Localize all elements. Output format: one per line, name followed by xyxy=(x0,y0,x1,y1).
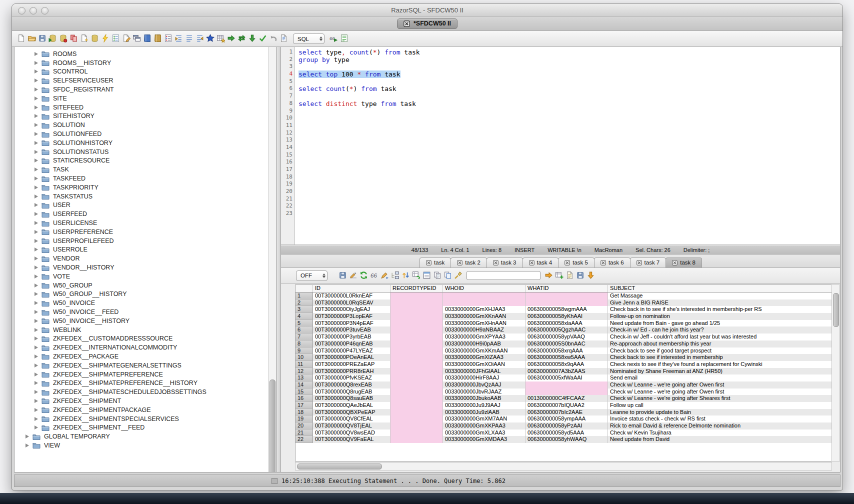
cell-recordtypeid[interactable] xyxy=(390,334,443,340)
form-view-icon[interactable] xyxy=(422,270,432,280)
go-filter-icon[interactable] xyxy=(544,270,554,280)
table-row[interactable]: 300T3000000OiyJgEAJ0033000000GmXHJAA3006… xyxy=(296,306,832,313)
refresh-window-icon[interactable] xyxy=(132,33,142,44)
go-next-icon[interactable] xyxy=(226,33,236,44)
tree-item-zkfedex-shipment[interactable]: ZKFEDEX__SHIPMENT xyxy=(14,396,268,406)
cell-recordtypeid[interactable] xyxy=(390,326,443,334)
cell-id[interactable]: 00T3000000PfvKSEAZ xyxy=(313,374,390,382)
disclosure-triangle-icon[interactable] xyxy=(34,284,38,288)
grid-horizontal-scrollbar[interactable] xyxy=(295,462,832,470)
disclosure-triangle-icon[interactable] xyxy=(26,444,29,448)
tree-item-w50-invoice-feed[interactable]: W50_INVOICE__FEED xyxy=(14,308,268,316)
tree-item-zkfedex-customaddresssource[interactable]: ZKFEDEX__CUSTOMADDRESSSOURCE xyxy=(14,334,268,344)
table-row[interactable]: 400T3000000P3LopEAF0033000000GmXKnAAN006… xyxy=(296,313,832,320)
cell-recordtypeid[interactable] xyxy=(390,354,443,361)
row-number[interactable]: 15 xyxy=(296,388,313,396)
cell-subject[interactable]: Check-in w/ Ed - can he join this year? xyxy=(608,326,832,334)
sql-line-1[interactable]: select type, count(*) from task xyxy=(298,48,840,56)
cell-whatid[interactable]: 006300000058yhWAAQ xyxy=(526,436,608,443)
tree-item-zkfedex-shipment-feed[interactable]: ZKFEDEX__SHIPMENT__FEED xyxy=(14,423,268,432)
row-number[interactable]: 13 xyxy=(296,374,313,382)
statement-type-select[interactable]: SQL xyxy=(293,34,324,44)
cell-subject[interactable]: Invoice status check - check w/ RS first xyxy=(608,416,832,422)
tree-item-selfserviceuser[interactable]: SELFSERVICEUSER xyxy=(14,76,268,85)
sql-line-12[interactable] xyxy=(298,130,840,137)
cell-whatid[interactable]: 006300000058yKhAAI xyxy=(526,313,608,320)
results-tab-task-4[interactable]: task 4 xyxy=(522,258,559,268)
tree-item-staticresource[interactable]: STATICRESOURCE xyxy=(14,156,268,166)
save-icon[interactable] xyxy=(37,33,48,44)
cell-whoid[interactable]: 0033000000GmXHJAA3 xyxy=(443,306,526,313)
cell-subject[interactable]: Check back in to see if she's interested… xyxy=(608,306,832,313)
sql-line-4[interactable]: select top 100 * from task xyxy=(298,70,840,78)
cell-recordtypeid[interactable] xyxy=(390,430,443,436)
cell-subject[interactable]: Give Jenn a BIG RAISE xyxy=(608,300,832,306)
column-header-id[interactable]: ID xyxy=(313,285,390,292)
indent-blue-icon[interactable] xyxy=(184,33,194,44)
tab-close-icon[interactable] xyxy=(636,260,642,266)
new-file-icon[interactable] xyxy=(16,33,26,44)
disclosure-triangle-icon[interactable] xyxy=(34,256,38,260)
sql-editor[interactable]: 1234567891011121314151617181920212223 se… xyxy=(281,47,840,245)
table-row[interactable]: 1400T3000000Q8rexEAB0033000000JbvQzAAJCh… xyxy=(296,382,832,388)
sql-line-9[interactable] xyxy=(298,108,840,115)
export-add-icon[interactable] xyxy=(554,270,564,280)
disclosure-triangle-icon[interactable] xyxy=(34,141,38,145)
book-gold-icon[interactable] xyxy=(152,33,163,44)
cell-subject[interactable]: Send email xyxy=(608,374,832,382)
tree-item-zkfedex-shipmategeneralsettings[interactable]: ZKFEDEX__SHIPMATEGENERALSETTINGS xyxy=(14,361,268,370)
highlight-pen-icon[interactable] xyxy=(453,270,464,280)
cell-recordtypeid[interactable] xyxy=(390,402,443,409)
cell-whoid[interactable]: 0033000000GmXOiAAN xyxy=(443,361,526,368)
table-row[interactable]: 1100T3000000PREZaEAP0033000000GmXOiAAN00… xyxy=(296,361,832,368)
cell-whatid[interactable]: 006300000058xrqAAA xyxy=(526,348,608,354)
disclosure-triangle-icon[interactable] xyxy=(34,78,38,82)
cell-id[interactable]: 00T3000000QV8TjEAL xyxy=(313,422,390,430)
row-number[interactable]: 3 xyxy=(296,306,313,313)
row-number[interactable]: 12 xyxy=(296,368,313,375)
cell-recordtypeid[interactable] xyxy=(390,348,443,354)
cell-subject[interactable]: Follow up call xyxy=(608,402,832,409)
disclosure-triangle-icon[interactable] xyxy=(34,372,38,376)
results-list-icon[interactable] xyxy=(339,33,350,44)
tree-item-zkfedex-shipmentspecialservices[interactable]: ZKFEDEX__SHIPMENTSPECIALSERVICES xyxy=(14,414,268,424)
sql-line-3[interactable] xyxy=(298,63,840,70)
grid-vscrollbar-thumb[interactable] xyxy=(833,293,839,327)
tree-item-w50-group-history[interactable]: W50_GROUP__HISTORY xyxy=(14,290,268,299)
tab-close-icon[interactable] xyxy=(404,20,410,27)
tree-item-scontrol[interactable]: SCONTROL xyxy=(14,68,268,76)
tree-item-zkfedex-package[interactable]: ZKFEDEX__PACKAGE xyxy=(14,352,268,361)
zoom-window-button[interactable] xyxy=(41,7,48,14)
sql-line-19[interactable] xyxy=(298,180,840,188)
results-grid[interactable]: IDRECORDTYPEIDWHOIDWHATIDSUBJECTAC100T30… xyxy=(295,284,832,462)
grid-vertical-scrollbar[interactable] xyxy=(832,284,840,462)
new-object-icon[interactable] xyxy=(79,33,90,44)
tree-item-w50-group[interactable]: W50_GROUP xyxy=(14,281,268,290)
row-number[interactable]: 11 xyxy=(296,361,313,368)
sql-line-18[interactable] xyxy=(298,174,840,181)
database-icon[interactable] xyxy=(90,33,100,44)
row-number[interactable]: 22 xyxy=(296,436,313,443)
row-limit-select[interactable]: OFF xyxy=(296,270,328,281)
cell-id[interactable]: 00T3000000Q8sauEAB xyxy=(313,395,390,402)
row-number[interactable]: 9 xyxy=(296,348,313,354)
edit-document-icon[interactable] xyxy=(121,33,132,44)
sql-line-20[interactable] xyxy=(298,188,840,196)
cell-subject[interactable]: Re-approach about membership this year xyxy=(608,340,832,348)
tree-item-taskstatus[interactable]: TASKSTATUS xyxy=(14,192,268,201)
tree-item-view[interactable]: VIEW xyxy=(14,441,268,450)
cell-whoid[interactable]: 0033000000JbvRJAAZ xyxy=(443,388,526,396)
tab-close-icon[interactable] xyxy=(672,260,678,266)
cell-subject[interactable]: Leanne to provide update to Bain xyxy=(608,409,832,416)
download-gold-icon[interactable] xyxy=(586,270,596,280)
cell-id[interactable]: 00T3000000QV9FaEAL xyxy=(313,436,390,443)
row-number[interactable]: 21 xyxy=(296,430,313,436)
cell-whoid[interactable]: 0033000000GmXKmAAN xyxy=(443,348,526,354)
cell-whatid[interactable]: 00630000005xfWaAAI xyxy=(526,374,608,382)
sql-line-15[interactable] xyxy=(298,152,840,159)
cell-subject[interactable]: Check w/ Leanne - we're going after Owen… xyxy=(608,382,832,388)
cell-recordtypeid[interactable] xyxy=(390,306,443,313)
cell-whoid[interactable]: 0033000000HirF8AAJ xyxy=(443,374,526,382)
minimize-window-button[interactable] xyxy=(30,7,37,14)
cell-id[interactable]: 00T3000000P3tuvEAB xyxy=(313,326,390,334)
